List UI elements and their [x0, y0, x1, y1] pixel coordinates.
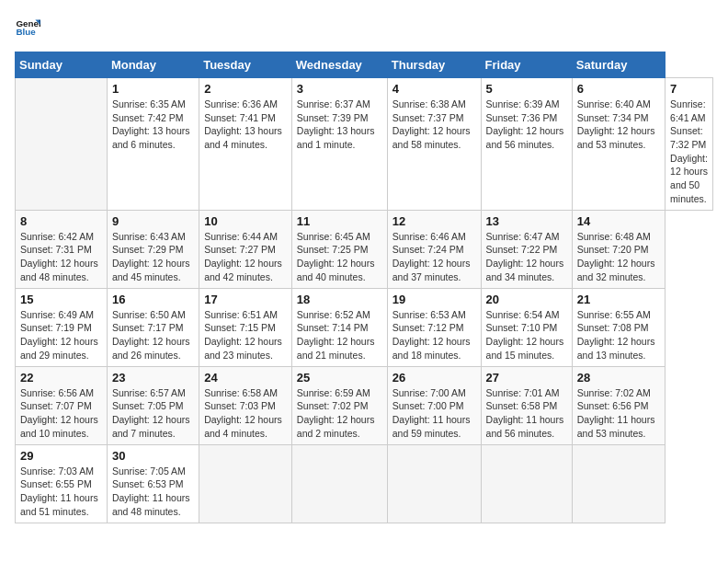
calendar-cell: 9 Sunrise: 6:43 AM Sunset: 7:29 PM Dayli… [107, 210, 199, 288]
calendar-cell: 23 Sunrise: 6:57 AM Sunset: 7:05 PM Dayl… [107, 366, 199, 444]
day-number: 10 [204, 214, 287, 228]
day-info: Sunrise: 6:46 AM Sunset: 7:24 PM Dayligh… [392, 230, 476, 284]
day-info: Sunrise: 6:45 AM Sunset: 7:25 PM Dayligh… [297, 230, 382, 284]
day-number: 30 [112, 449, 194, 463]
calendar-table: SundayMondayTuesdayWednesdayThursdayFrid… [15, 52, 713, 523]
day-info: Sunrise: 6:56 AM Sunset: 7:07 PM Dayligh… [20, 386, 102, 441]
calendar-cell [291, 444, 387, 523]
day-info: Sunrise: 6:49 AM Sunset: 7:19 PM Dayligh… [20, 308, 102, 362]
logo-icon: General Blue [15, 15, 40, 40]
calendar-cell: 20 Sunrise: 6:54 AM Sunset: 7:10 PM Dayl… [481, 288, 572, 366]
day-info: Sunrise: 6:57 AM Sunset: 7:05 PM Dayligh… [112, 386, 194, 441]
calendar-cell: 8 Sunrise: 6:42 AM Sunset: 7:31 PM Dayli… [16, 210, 108, 288]
day-info: Sunrise: 6:58 AM Sunset: 7:03 PM Dayligh… [204, 386, 287, 441]
day-info: Sunrise: 6:48 AM Sunset: 7:20 PM Dayligh… [577, 230, 660, 284]
calendar-cell: 29 Sunrise: 7:03 AM Sunset: 6:55 PM Dayl… [16, 444, 108, 523]
weekday-header-saturday: Saturday [572, 52, 665, 78]
day-number: 28 [577, 371, 660, 385]
day-info: Sunrise: 6:54 AM Sunset: 7:10 PM Dayligh… [486, 308, 567, 362]
day-number: 4 [392, 82, 476, 96]
day-number: 21 [577, 293, 660, 306]
day-number: 11 [297, 214, 382, 228]
calendar-cell: 16 Sunrise: 6:50 AM Sunset: 7:17 PM Dayl… [107, 288, 199, 366]
calendar-cell: 6 Sunrise: 6:40 AM Sunset: 7:34 PM Dayli… [572, 78, 665, 211]
calendar-cell [387, 444, 481, 523]
calendar-cell: 5 Sunrise: 6:39 AM Sunset: 7:36 PM Dayli… [481, 78, 572, 211]
day-number: 12 [392, 214, 476, 228]
day-info: Sunrise: 6:44 AM Sunset: 7:27 PM Dayligh… [204, 230, 287, 284]
calendar-cell: 14 Sunrise: 6:48 AM Sunset: 7:20 PM Dayl… [572, 210, 665, 288]
day-number: 2 [204, 82, 287, 96]
day-info: Sunrise: 6:59 AM Sunset: 7:02 PM Dayligh… [297, 386, 382, 441]
day-info: Sunrise: 6:42 AM Sunset: 7:31 PM Dayligh… [20, 230, 102, 284]
day-number: 29 [20, 449, 102, 463]
calendar-cell: 24 Sunrise: 6:58 AM Sunset: 7:03 PM Dayl… [199, 366, 292, 444]
calendar-cell: 18 Sunrise: 6:52 AM Sunset: 7:14 PM Dayl… [291, 288, 387, 366]
day-info: Sunrise: 7:01 AM Sunset: 6:58 PM Dayligh… [486, 386, 567, 441]
calendar-cell: 1 Sunrise: 6:35 AM Sunset: 7:42 PM Dayli… [107, 78, 199, 211]
calendar-cell: 10 Sunrise: 6:44 AM Sunset: 7:27 PM Dayl… [199, 210, 292, 288]
calendar-cell: 17 Sunrise: 6:51 AM Sunset: 7:15 PM Dayl… [199, 288, 292, 366]
day-info: Sunrise: 7:05 AM Sunset: 6:53 PM Dayligh… [112, 465, 194, 519]
day-info: Sunrise: 6:53 AM Sunset: 7:12 PM Dayligh… [392, 308, 476, 362]
day-number: 14 [577, 214, 660, 228]
weekday-header-wednesday: Wednesday [291, 52, 387, 78]
day-info: Sunrise: 6:51 AM Sunset: 7:15 PM Dayligh… [204, 308, 287, 362]
calendar-cell [481, 444, 572, 523]
day-info: Sunrise: 7:03 AM Sunset: 6:55 PM Dayligh… [20, 465, 102, 519]
day-number: 24 [204, 371, 287, 385]
weekday-header-sunday: Sunday [16, 52, 108, 78]
calendar-cell: 3 Sunrise: 6:37 AM Sunset: 7:39 PM Dayli… [291, 78, 387, 211]
calendar-cell: 27 Sunrise: 7:01 AM Sunset: 6:58 PM Dayl… [481, 366, 572, 444]
day-info: Sunrise: 6:37 AM Sunset: 7:39 PM Dayligh… [297, 98, 382, 152]
calendar-cell: 2 Sunrise: 6:36 AM Sunset: 7:41 PM Dayli… [199, 78, 292, 211]
day-number: 25 [297, 371, 382, 385]
day-number: 26 [392, 371, 476, 385]
weekday-header-tuesday: Tuesday [199, 52, 292, 78]
day-info: Sunrise: 7:02 AM Sunset: 6:56 PM Dayligh… [577, 386, 660, 441]
day-number: 18 [297, 293, 382, 306]
day-info: Sunrise: 6:36 AM Sunset: 7:41 PM Dayligh… [204, 98, 287, 152]
day-info: Sunrise: 6:55 AM Sunset: 7:08 PM Dayligh… [577, 308, 660, 362]
day-info: Sunrise: 6:50 AM Sunset: 7:17 PM Dayligh… [112, 308, 194, 362]
day-number: 3 [297, 82, 382, 96]
day-number: 1 [112, 82, 194, 96]
day-number: 27 [486, 371, 567, 385]
calendar-cell: 13 Sunrise: 6:47 AM Sunset: 7:22 PM Dayl… [481, 210, 572, 288]
weekday-header-monday: Monday [107, 52, 199, 78]
day-info: Sunrise: 6:47 AM Sunset: 7:22 PM Dayligh… [486, 230, 567, 284]
day-info: Sunrise: 6:35 AM Sunset: 7:42 PM Dayligh… [112, 98, 194, 152]
svg-text:Blue: Blue [16, 27, 36, 37]
day-number: 9 [112, 214, 194, 228]
day-info: Sunrise: 7:00 AM Sunset: 7:00 PM Dayligh… [392, 386, 476, 441]
day-number: 23 [112, 371, 194, 385]
calendar-cell [199, 444, 292, 523]
day-number: 15 [20, 293, 102, 306]
weekday-header-friday: Friday [481, 52, 572, 78]
calendar-cell [572, 444, 665, 523]
calendar-cell: 19 Sunrise: 6:53 AM Sunset: 7:12 PM Dayl… [387, 288, 481, 366]
day-info: Sunrise: 6:39 AM Sunset: 7:36 PM Dayligh… [486, 98, 567, 152]
page-header: General Blue [15, 15, 713, 40]
calendar-cell: 12 Sunrise: 6:46 AM Sunset: 7:24 PM Dayl… [387, 210, 481, 288]
day-info: Sunrise: 6:40 AM Sunset: 7:34 PM Dayligh… [577, 98, 660, 152]
calendar-cell: 21 Sunrise: 6:55 AM Sunset: 7:08 PM Dayl… [572, 288, 665, 366]
calendar-cell: 22 Sunrise: 6:56 AM Sunset: 7:07 PM Dayl… [16, 366, 108, 444]
day-info: Sunrise: 6:41 AM Sunset: 7:32 PM Dayligh… [670, 98, 708, 206]
day-number: 8 [20, 214, 102, 228]
day-number: 6 [577, 82, 660, 96]
weekday-header-thursday: Thursday [387, 52, 481, 78]
day-number: 16 [112, 293, 194, 306]
day-number: 7 [670, 82, 708, 96]
day-number: 17 [204, 293, 287, 306]
calendar-cell: 25 Sunrise: 6:59 AM Sunset: 7:02 PM Dayl… [291, 366, 387, 444]
day-number: 5 [486, 82, 567, 96]
day-info: Sunrise: 6:52 AM Sunset: 7:14 PM Dayligh… [297, 308, 382, 362]
calendar-cell [16, 78, 108, 211]
calendar-cell: 4 Sunrise: 6:38 AM Sunset: 7:37 PM Dayli… [387, 78, 481, 211]
logo: General Blue [15, 15, 44, 40]
day-number: 22 [20, 371, 102, 385]
day-info: Sunrise: 6:43 AM Sunset: 7:29 PM Dayligh… [112, 230, 194, 284]
day-number: 20 [486, 293, 567, 306]
day-info: Sunrise: 6:38 AM Sunset: 7:37 PM Dayligh… [392, 98, 476, 152]
